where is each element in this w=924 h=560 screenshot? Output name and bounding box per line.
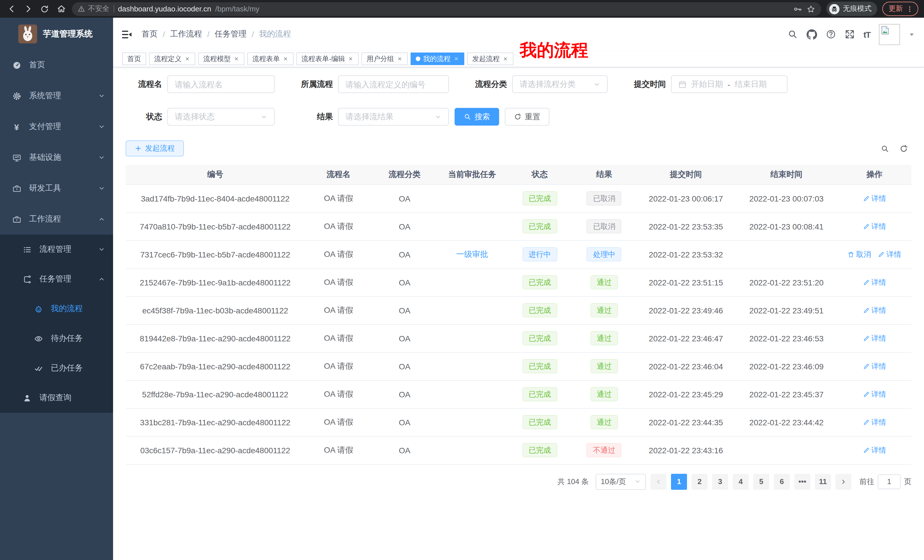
next-page-button[interactable] <box>836 473 852 490</box>
sidebar-item-label: 已办任务 <box>51 363 83 373</box>
browser-reload-button[interactable] <box>39 3 50 15</box>
browser-menu-icon[interactable] <box>906 5 914 13</box>
start-date-placeholder: 开始日期 <box>691 79 723 89</box>
breadcrumb-item[interactable]: 工作流程 <box>170 29 202 39</box>
browser-home-button[interactable] <box>56 3 67 15</box>
page-size-select[interactable]: 10条/页 <box>596 473 646 490</box>
search-icon[interactable] <box>788 29 798 39</box>
page-button-6[interactable]: 6 <box>774 473 790 490</box>
tab-process-form[interactable]: 流程表单 <box>247 52 294 65</box>
close-icon[interactable] <box>453 56 459 61</box>
category-select[interactable]: 请选择流程分类 <box>512 75 608 93</box>
tab-process-definition[interactable]: 流程定义 <box>149 52 195 65</box>
goto-page-input[interactable] <box>878 474 901 489</box>
toggle-search-icon[interactable] <box>880 144 889 153</box>
sidebar-item-label: 我的流程 <box>51 304 83 314</box>
create-process-button[interactable]: 发起流程 <box>126 141 184 156</box>
refresh-table-icon[interactable] <box>900 144 908 153</box>
warning-icon <box>78 5 85 13</box>
date-range-picker[interactable]: 开始日期 - 结束日期 <box>671 75 788 93</box>
browser-forward-button[interactable] <box>22 3 34 15</box>
result-select[interactable]: 请选择流结果 <box>338 108 449 126</box>
close-icon[interactable] <box>397 56 403 61</box>
tab-start-process[interactable]: 发起流程 <box>467 52 513 65</box>
incognito-label: 无痕模式 <box>843 4 872 14</box>
page-button-2[interactable]: 2 <box>692 473 708 490</box>
sidebar-item-system[interactable]: 系统管理 <box>0 81 113 111</box>
search-button[interactable]: 搜索 <box>454 108 499 126</box>
page-button-4[interactable]: 4 <box>733 473 748 490</box>
detail-link[interactable]: 详情 <box>863 389 886 399</box>
sidebar-item-devtools[interactable]: 研发工具 <box>0 173 113 204</box>
workflow-submenu: 流程管理 任务管理 我的流程 待办任务 已办 <box>0 235 113 413</box>
help-icon[interactable] <box>826 29 836 39</box>
font-size-icon[interactable]: tT <box>864 29 870 39</box>
search-button-label: 搜索 <box>475 112 490 122</box>
page-button-3[interactable]: 3 <box>712 473 728 490</box>
current-task-link[interactable]: 一级审批 <box>456 249 488 258</box>
close-icon[interactable] <box>348 56 354 61</box>
tab-label: 流程表单-编辑 <box>302 54 345 64</box>
detail-link[interactable]: 详情 <box>863 305 886 315</box>
sidebar-item-process-mgmt[interactable]: 流程管理 <box>0 235 113 264</box>
status-placeholder: 请选择状态 <box>175 112 215 122</box>
page-button-5[interactable]: 5 <box>753 473 769 490</box>
security-indicator[interactable]: 不安全 <box>78 4 110 14</box>
tab-my-process[interactable]: 我的流程 <box>411 52 464 65</box>
col-task: 当前审批任务 <box>437 165 508 184</box>
tab-process-model[interactable]: 流程模型 <box>198 52 244 65</box>
detail-link[interactable]: 详情 <box>863 221 886 232</box>
detail-link[interactable]: 详情 <box>863 361 886 371</box>
person-icon <box>22 394 32 402</box>
detail-link[interactable]: 详情 <box>863 333 886 343</box>
password-key-icon[interactable] <box>793 4 802 13</box>
close-icon[interactable] <box>502 56 508 61</box>
fullscreen-icon[interactable] <box>844 29 855 39</box>
breadcrumb-item[interactable]: 首页 <box>142 29 158 39</box>
close-icon[interactable] <box>234 56 239 61</box>
bookmark-star-icon[interactable] <box>806 4 816 13</box>
detail-link[interactable]: 详情 <box>863 193 886 204</box>
status-badge: 已完成 <box>522 359 557 373</box>
main-area: 我的流程 首页 / 工作流程 / 任务管理 / 我的流程 tT <box>113 18 924 560</box>
process-name-input[interactable] <box>175 79 267 89</box>
more-pages-button[interactable]: ••• <box>794 473 810 490</box>
prev-page-button[interactable] <box>651 473 666 490</box>
end-date-placeholder: 结束日期 <box>735 79 766 89</box>
browser-update-button[interactable]: 更新 <box>882 2 918 16</box>
tab-home[interactable]: 首页 <box>122 52 146 65</box>
sidebar-item-payment[interactable]: ¥ 支付管理 <box>0 111 113 142</box>
breadcrumb-item[interactable]: 任务管理 <box>215 29 247 39</box>
sidebar-item-todo-tasks[interactable]: 待办任务 <box>0 324 113 353</box>
address-bar[interactable]: 不安全 dashboard.yudao.iocoder.cn/bpm/task/… <box>72 2 821 16</box>
page-button-1[interactable]: 1 <box>671 473 687 490</box>
sidebar-item-leave-query[interactable]: 请假查询 <box>0 383 113 413</box>
tab-process-form-edit[interactable]: 流程表单-编辑 <box>296 52 358 65</box>
robot-icon <box>33 304 44 313</box>
page-unit-label: 页 <box>904 476 911 487</box>
sidebar-item-infra[interactable]: 基础设施 <box>0 142 113 173</box>
detail-link[interactable]: 详情 <box>878 249 902 259</box>
sidebar-item-task-mgmt[interactable]: 任务管理 <box>0 264 113 294</box>
detail-link[interactable]: 详情 <box>863 417 886 427</box>
browser-back-button[interactable] <box>6 3 17 15</box>
reset-button[interactable]: 重置 <box>505 108 549 126</box>
avatar[interactable] <box>879 24 900 45</box>
caret-down-icon[interactable] <box>909 31 915 37</box>
close-icon[interactable] <box>283 56 288 61</box>
cancel-link[interactable]: 取消 <box>848 249 871 259</box>
parent-process-input[interactable] <box>345 79 441 89</box>
breadcrumb-current: 我的流程 <box>259 29 291 39</box>
sidebar-item-home[interactable]: 首页 <box>0 49 113 81</box>
sidebar-item-my-process[interactable]: 我的流程 <box>0 294 113 324</box>
sidebar-item-workflow[interactable]: 工作流程 <box>0 204 113 235</box>
sidebar-item-done-tasks[interactable]: 已办任务 <box>0 353 113 383</box>
tab-user-group[interactable]: 用户分组 <box>362 52 408 65</box>
detail-link[interactable]: 详情 <box>863 277 886 287</box>
sidebar-collapse-icon[interactable] <box>119 27 134 42</box>
status-select[interactable]: 请选择状态 <box>167 108 274 126</box>
detail-link[interactable]: 详情 <box>863 445 886 455</box>
github-icon[interactable] <box>806 29 817 40</box>
page-button-11[interactable]: 11 <box>815 473 831 490</box>
close-icon[interactable] <box>184 56 190 61</box>
